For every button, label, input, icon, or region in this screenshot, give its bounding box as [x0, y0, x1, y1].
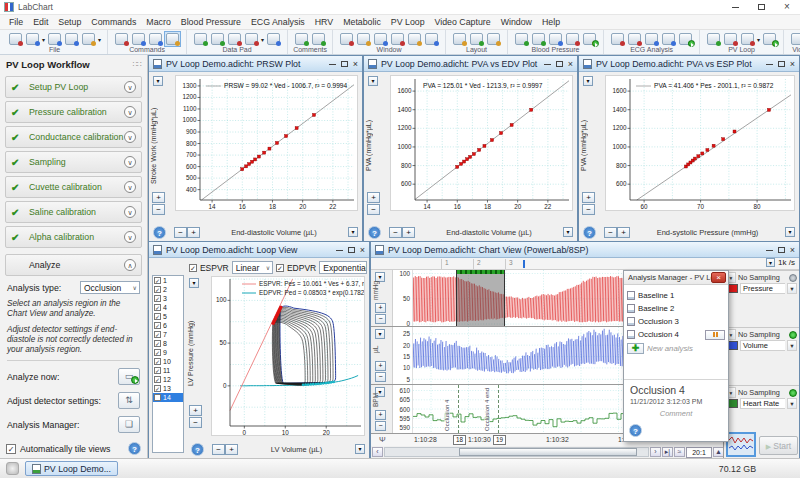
bp-settings-icon[interactable]: [514, 32, 529, 46]
loop-checkbox[interactable]: ✓: [154, 313, 161, 320]
loop-list-item[interactable]: ✓7: [153, 330, 183, 339]
workflow-step-alpha-calibration[interactable]: ✔Alpha calibration∨: [5, 226, 142, 248]
chevron-down-icon[interactable]: ∨: [124, 181, 136, 193]
menu-video-capture[interactable]: Video Capture: [430, 17, 496, 27]
loop-checkbox[interactable]: ✓: [154, 322, 161, 329]
x-zoom-in-button[interactable]: +: [402, 227, 415, 238]
loop-list-item[interactable]: ✓12: [153, 375, 183, 384]
help-button[interactable]: ?: [583, 226, 596, 239]
loop-list-item[interactable]: 14: [153, 393, 183, 402]
block-number[interactable]: 3: [505, 259, 513, 269]
loop-list-item[interactable]: ✓11: [153, 366, 183, 375]
loop-list-item[interactable]: ✓8: [153, 339, 183, 348]
channel-zoom-in-button[interactable]: +: [375, 410, 386, 420]
x-zoom-in-button[interactable]: +: [617, 227, 630, 238]
analyze-now-button[interactable]: ▭: [118, 368, 140, 385]
comment-number-box[interactable]: 18: [453, 435, 466, 445]
comment-marker[interactable]: Occlusion 4: [458, 385, 459, 433]
auto-scroll-icon[interactable]: ≈: [674, 447, 685, 457]
image-view-icon[interactable]: [407, 32, 422, 46]
loop-list-item[interactable]: ✓6: [153, 321, 183, 330]
channel-dropdown-button[interactable]: ▼: [787, 283, 797, 294]
loop-checkbox[interactable]: ✓: [154, 277, 161, 284]
maximize-button[interactable]: [341, 59, 348, 69]
layout-add-icon[interactable]: [486, 32, 501, 46]
layout-columns-icon[interactable]: [452, 32, 467, 46]
find-next-icon[interactable]: [131, 32, 146, 46]
pva_edv-plot-area[interactable]: 14161820226008001000120014001600PVA = 12…: [390, 75, 573, 211]
workflow-step-sampling[interactable]: ✔Sampling∨: [5, 151, 142, 173]
chevron-down-icon[interactable]: ∨: [124, 231, 136, 243]
menu-hrv[interactable]: HRV: [310, 17, 338, 27]
ecg-table-icon[interactable]: [661, 32, 676, 46]
espvr-checkbox[interactable]: ✓: [189, 264, 197, 272]
menu-blood-pressure[interactable]: Blood Pressure: [176, 17, 246, 27]
adjust-detector-button[interactable]: ⇅: [118, 392, 140, 409]
curve-fit-icon[interactable]: [266, 32, 281, 46]
menu-file[interactable]: File: [4, 17, 28, 27]
layout-grid-icon[interactable]: [469, 32, 484, 46]
espvr-fit-select[interactable]: Linear∨: [232, 261, 273, 274]
loop-list-item[interactable]: ✓9: [153, 348, 183, 357]
workflow-step-cuvette-calibration[interactable]: ✔Cuvette calibration∨: [5, 176, 142, 198]
x-scale-dropdown-button[interactable]: ▾: [785, 227, 795, 237]
scroll-right-button[interactable]: ›: [650, 447, 661, 457]
menu-macro[interactable]: Macro: [141, 17, 175, 27]
bp-analyze-icon[interactable]: [582, 32, 597, 46]
y-zoom-out-button[interactable]: −: [582, 204, 595, 215]
bp-table-icon[interactable]: [565, 32, 580, 46]
selection-region[interactable]: [456, 270, 505, 326]
x-zoom-in-button[interactable]: +: [187, 227, 200, 238]
window-titlebar[interactable]: PV Loop Demo.adicht: PVA vs EDV Plot×: [364, 56, 577, 72]
chevron-down-icon[interactable]: ▾: [261, 36, 264, 43]
comment-icon[interactable]: [294, 32, 309, 46]
welcome-center-icon[interactable]: [6, 462, 19, 475]
maximize-button[interactable]: [348, 245, 355, 255]
video-settings-icon[interactable]: [790, 32, 800, 46]
chevron-down-icon[interactable]: ∨: [124, 206, 136, 218]
scrollbar-thumb[interactable]: [459, 448, 638, 456]
analysis-item[interactable]: Baseline 1: [627, 289, 725, 302]
channel-zoom-out-button[interactable]: −: [375, 372, 386, 382]
chevron-up-icon[interactable]: ∧: [124, 259, 136, 271]
close-button[interactable]: ×: [790, 59, 795, 69]
y-zoom-in-button[interactable]: +: [189, 405, 202, 416]
x-zoom-out-button[interactable]: −: [174, 227, 187, 238]
loop-list-item[interactable]: ✓5: [153, 312, 183, 321]
rate-dropdown-button[interactable]: ▾: [766, 258, 775, 267]
channel-zoom-out-button[interactable]: −: [375, 314, 386, 324]
menu-help[interactable]: Help: [537, 17, 565, 27]
pv-loop-view-icon[interactable]: [723, 32, 738, 46]
y-zoom-in-button[interactable]: +: [367, 192, 380, 203]
popup-titlebar[interactable]: Analysis Manager - PV Loo... ×: [624, 271, 728, 285]
window-titlebar[interactable]: PV Loop Demo.adicht: PRSW Plot×: [149, 56, 362, 72]
window-titlebar[interactable]: PV Loop Demo.adicht: Chart View (PowerLa…: [371, 242, 799, 258]
close-button[interactable]: ×: [711, 272, 726, 283]
menu-edit[interactable]: Edit: [28, 17, 53, 27]
chevron-down-icon[interactable]: ∨: [124, 106, 136, 118]
tile-windows-icon[interactable]: [339, 32, 354, 46]
close-button[interactable]: ×: [360, 245, 365, 255]
window-titlebar[interactable]: PV Loop Demo.adicht: PVA vs ESP Plot×: [579, 56, 799, 72]
channel-scale-dropdown-button[interactable]: ▾: [375, 329, 385, 339]
datapad-icon[interactable]: [193, 32, 208, 46]
minimize-button[interactable]: [336, 245, 343, 255]
loop-list-item[interactable]: ✓3: [153, 294, 183, 303]
datapad-add-icon[interactable]: [210, 32, 225, 46]
new-analysis-button[interactable]: ✚: [627, 343, 644, 354]
y-scale-dropdown-button[interactable]: ▾: [583, 76, 593, 86]
y-zoom-out-button[interactable]: −: [189, 417, 202, 428]
pv-analyze-icon[interactable]: [762, 32, 777, 46]
save-file-icon[interactable]: [47, 32, 62, 46]
maximize-button[interactable]: [778, 59, 785, 69]
minimize-button[interactable]: [722, 0, 748, 14]
menu-ecg-analysis[interactable]: ECG Analysis: [246, 17, 310, 27]
help-button[interactable]: ?: [128, 442, 141, 455]
start-sampling-button[interactable]: ▶Start: [759, 436, 798, 455]
workflow-step-pressure-calibration[interactable]: ✔Pressure calibration∨: [5, 101, 142, 123]
pva_esp-plot-area[interactable]: 6070806008001000120014001600PVA = 41.406…: [605, 75, 795, 211]
x-zoom-out-button[interactable]: −: [212, 444, 225, 455]
menu-commands[interactable]: Commands: [86, 17, 141, 27]
x-zoom-in-button[interactable]: +: [225, 444, 238, 455]
channel-zoom-in-button[interactable]: +: [375, 361, 386, 371]
